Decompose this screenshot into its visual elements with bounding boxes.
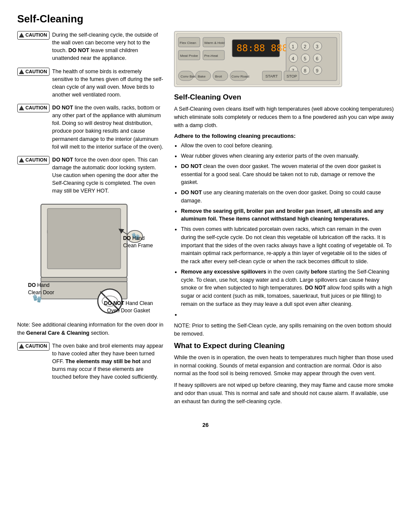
bullet-8: [181, 311, 394, 319]
svg-text:5: 5: [304, 56, 306, 61]
caution-triangle-icon-3: [19, 106, 24, 110]
bullet-3: DO NOT clean the oven door gasket. The w…: [181, 162, 394, 187]
svg-text:Conv Bake: Conv Bake: [181, 75, 198, 78]
svg-text:1: 1: [292, 44, 294, 49]
svg-text:Meat Probe: Meat Probe: [180, 54, 198, 58]
caution-text-1: During the self-cleaning cycle, the outs…: [52, 31, 164, 62]
what-to-expect-para2: If heavy spillovers are not wiped up bef…: [174, 381, 394, 405]
precautions-list: Allow the oven to cool before cleaning. …: [181, 142, 394, 318]
svg-text:STOP: STOP: [286, 74, 297, 78]
right-column: 88:88 888 1 2 3 4 5 6 7 8: [174, 31, 394, 409]
svg-text:8: 8: [304, 68, 306, 73]
caution-block-1: CAUTION During the self-cleaning cycle, …: [17, 31, 164, 62]
svg-text:Flex Clean: Flex Clean: [180, 41, 196, 45]
page-number: 26: [17, 422, 394, 428]
precautions-title: Adhere to the following cleaning precaut…: [174, 133, 394, 139]
caution-text-4: DO NOT force the oven door open. This ca…: [52, 156, 164, 195]
svg-text:4: 4: [292, 56, 294, 61]
caution-text-5: The oven bake and broil elements may app…: [52, 342, 164, 381]
page-title: Self-Cleaning: [17, 13, 394, 25]
caution-badge-1: CAUTION: [17, 31, 50, 40]
caution-text-3: DO NOT line the oven walls, racks, botto…: [52, 104, 164, 151]
svg-text:Bake: Bake: [198, 75, 206, 78]
caution-block-4: CAUTION DO NOT force the oven door open.…: [17, 156, 164, 195]
svg-text:Broil: Broil: [215, 75, 222, 78]
left-column: CAUTION During the self-cleaning cycle, …: [17, 31, 164, 409]
what-to-expect-para1: While the oven is in operation, the oven…: [174, 354, 394, 378]
what-to-expect-title: What to Expect during Cleaning: [174, 342, 394, 350]
bullet-1: Allow the oven to cool before cleaning.: [181, 142, 394, 150]
caution-badge-3: CAUTION: [17, 104, 50, 112]
control-panel-svg: 88:88 888 1 2 3 4 5 6 7 8: [176, 33, 340, 85]
caution-triangle-icon: [19, 33, 24, 37]
caution-triangle-icon-2: [19, 69, 24, 74]
svg-text:START: START: [265, 74, 278, 78]
caution-badge-2: CAUTION: [17, 68, 50, 76]
caution-badge-4: CAUTION: [17, 156, 50, 165]
oven-note: NOTE: Prior to setting the Self-Clean cy…: [174, 322, 394, 338]
note-cleaning-info: Note: See additional cleaning informatio…: [17, 321, 164, 336]
caution-badge-5: CAUTION: [17, 342, 50, 351]
oven-diagram: 🧤 🧤 DO HandCle: [28, 200, 153, 317]
self-cleaning-oven-intro: A Self-Cleaning oven cleans itself with …: [174, 105, 394, 129]
svg-text:Pre-Heat: Pre-Heat: [204, 54, 218, 58]
caution-block-2: CAUTION The health of some birds is extr…: [17, 68, 164, 99]
self-cleaning-oven-title: Self-Cleaning Oven: [174, 93, 394, 102]
caution-text-2: The health of some birds is extremely se…: [52, 68, 164, 99]
svg-text:Warm & Hold: Warm & Hold: [204, 41, 224, 45]
caution-triangle-icon-5: [19, 344, 24, 348]
bullet-5: Remove the searing grill, broiler pan an…: [181, 207, 394, 224]
svg-text:88:88 888: 88:88 888: [237, 43, 288, 53]
svg-text:9: 9: [316, 68, 318, 73]
bullet-7: Remove any excessive spillovers in the o…: [181, 268, 394, 308]
label-do-hand-clean-door: DO HandClean Door: [28, 282, 54, 296]
bullet-6: This oven comes with lubricated porcelai…: [181, 225, 394, 266]
label-do-not-hand-clean: DO NOT Hand CleanOven Door Gasket: [104, 300, 153, 314]
caution-block-5: CAUTION The oven bake and broil elements…: [17, 342, 164, 381]
caution-triangle-icon-4: [19, 158, 24, 162]
svg-text:3: 3: [316, 44, 318, 49]
bullet-4: DO NOT use any cleaning materials on the…: [181, 189, 394, 205]
bullet-2: Wear rubber gloves when cleaning any ext…: [181, 152, 394, 160]
oven-control-panel-image: 88:88 888 1 2 3 4 5 6 7 8: [174, 31, 342, 87]
svg-text:2: 2: [304, 44, 306, 49]
label-do-hand-clean-frame: DO HandClean Frame: [123, 235, 153, 249]
caution-block-3: CAUTION DO NOT line the oven walls, rack…: [17, 104, 164, 151]
svg-text:6: 6: [316, 56, 318, 61]
svg-text:Conv Roast: Conv Roast: [231, 75, 250, 78]
